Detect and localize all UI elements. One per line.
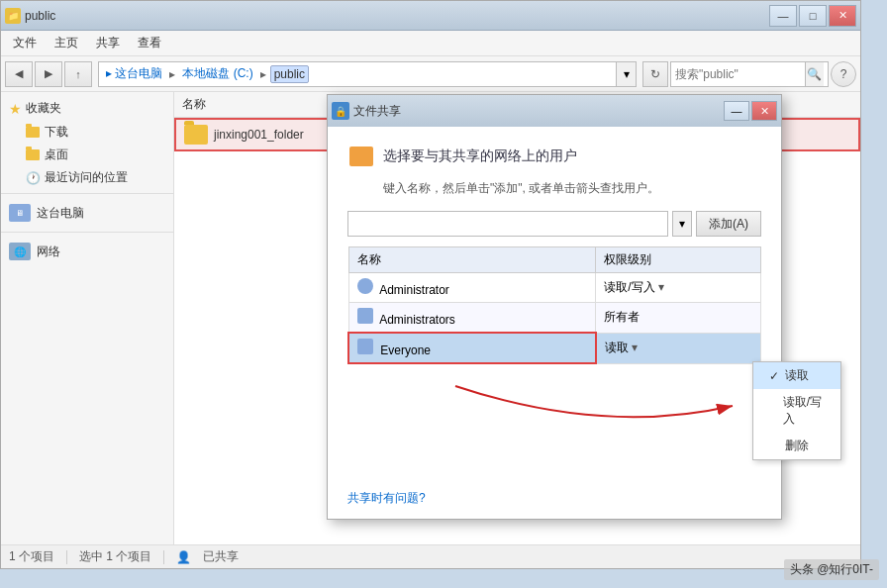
add-dropdown[interactable]: ▾ bbox=[672, 211, 692, 237]
share-icon bbox=[347, 143, 375, 170]
sharing-help-link[interactable]: 共享时有问题? bbox=[347, 491, 426, 505]
address-current[interactable]: public bbox=[270, 65, 309, 83]
status-sep bbox=[66, 550, 67, 564]
user-icon-admin bbox=[357, 278, 373, 294]
title-bar-controls: — □ ✕ bbox=[769, 5, 856, 27]
user-name-admins: Administrators bbox=[379, 313, 455, 327]
sidebar-divider2 bbox=[1, 232, 173, 233]
sidebar-item-network[interactable]: 🌐 网络 bbox=[1, 237, 173, 266]
menu-share[interactable]: 共享 bbox=[88, 32, 128, 54]
table-row-everyone[interactable]: Everyone 读取 ▾ bbox=[348, 333, 761, 363]
sidebar-item-recent-label: 最近访问的位置 bbox=[45, 169, 128, 186]
dialog-footer: 共享时有问题? bbox=[328, 490, 781, 519]
star-icon: ★ bbox=[9, 101, 22, 117]
search-box[interactable]: 🔍 bbox=[670, 61, 829, 87]
menu-file[interactable]: 文件 bbox=[5, 32, 45, 54]
ctx-label-readwrite: 读取/写入 bbox=[783, 394, 825, 428]
address-drive[interactable]: 本地磁盘 (C:) bbox=[179, 64, 255, 83]
maximize-button[interactable]: □ bbox=[799, 5, 827, 27]
search-input[interactable] bbox=[675, 67, 805, 81]
help-button[interactable]: ? bbox=[831, 61, 856, 87]
user-name-cell: Administrators bbox=[348, 303, 596, 334]
user-name-admin: Administrator bbox=[379, 283, 449, 297]
sidebar-item-computer[interactable]: 🖥 这台电脑 bbox=[1, 198, 173, 228]
dialog-content: 选择要与其共享的网络上的用户 键入名称，然后单击"添加", 或者单击箭头查找用户… bbox=[328, 127, 781, 490]
menu-view[interactable]: 查看 bbox=[130, 32, 169, 54]
address-computer[interactable]: ▸ 这台电脑 bbox=[103, 64, 165, 83]
ctx-item-delete[interactable]: 删除 bbox=[753, 433, 840, 459]
user-table: 名称 权限级别 Administrator 读取/写入 ▾ bbox=[347, 246, 761, 364]
sidebar-item-download-label: 下载 bbox=[45, 124, 68, 141]
file-name: jinxing001_folder bbox=[214, 128, 304, 142]
perm-arrow-admin[interactable]: ▾ bbox=[658, 280, 664, 294]
ctx-item-readwrite[interactable]: 读取/写入 bbox=[753, 389, 840, 433]
perm-arrow-everyone[interactable]: ▾ bbox=[632, 341, 638, 354]
address-parts: ▸ 这台电脑 ▸ 本地磁盘 (C:) ▸ public bbox=[99, 64, 616, 83]
dialog-title-icon: 🔒 bbox=[332, 102, 349, 120]
col-name: 名称 bbox=[348, 247, 596, 273]
table-row[interactable]: Administrators 所有者 bbox=[348, 303, 761, 334]
title-bar-left: 📁 public bbox=[5, 8, 55, 24]
address-dropdown[interactable]: ▾ bbox=[616, 62, 636, 86]
desktop-folder-icon bbox=[25, 148, 41, 162]
sidebar: ★ 收藏夹 下载 桌面 🕐 最近访问的位置 🖥 这台 bbox=[1, 92, 174, 544]
group-icon-admins bbox=[357, 308, 373, 324]
dialog-title-left: 🔒 文件共享 bbox=[332, 102, 401, 120]
sidebar-item-download[interactable]: 下载 bbox=[1, 121, 173, 144]
favorites-label: 收藏夹 bbox=[26, 100, 61, 117]
sidebar-divider bbox=[1, 193, 173, 194]
ctx-label-read: 读取 bbox=[785, 367, 809, 384]
dialog-close[interactable]: ✕ bbox=[751, 101, 777, 121]
dialog-title: 文件共享 bbox=[353, 103, 401, 120]
check-icon-read: ✓ bbox=[769, 369, 781, 383]
forward-button[interactable]: ▶ bbox=[35, 61, 62, 87]
dialog-controls: — ✕ bbox=[724, 101, 777, 121]
dialog-minimize[interactable]: — bbox=[724, 101, 749, 121]
up-button[interactable]: ↑ bbox=[64, 61, 92, 87]
group-icon-everyone bbox=[357, 339, 373, 354]
user-name-cell: Administrator bbox=[348, 273, 596, 303]
menu-bar: 文件 主页 共享 查看 bbox=[1, 31, 860, 56]
ctx-item-read[interactable]: ✓ 读取 bbox=[753, 362, 840, 389]
sidebar-item-recent[interactable]: 🕐 最近访问的位置 bbox=[1, 166, 173, 189]
menu-home[interactable]: 主页 bbox=[47, 32, 86, 54]
sidebar-item-desktop[interactable]: 桌面 bbox=[1, 144, 173, 166]
address-bar[interactable]: ▸ 这台电脑 ▸ 本地磁盘 (C:) ▸ public ▾ bbox=[98, 61, 637, 87]
computer-label: 这台电脑 bbox=[37, 205, 84, 222]
table-row[interactable]: Administrator 读取/写入 ▾ bbox=[348, 273, 761, 303]
user-name-everyone-cell: Everyone bbox=[348, 333, 596, 363]
user-name-everyone: Everyone bbox=[380, 343, 431, 357]
file-sharing-dialog: 🔒 文件共享 — ✕ 选择要与其共享的网络上的用户 键入名称，然后单击"添加",… bbox=[327, 94, 782, 520]
status-bar: 1 个项目 选中 1 个项目 👤 已共享 bbox=[1, 544, 860, 568]
window-title: public bbox=[25, 9, 55, 23]
search-icon[interactable]: 🔍 bbox=[805, 62, 824, 86]
close-button[interactable]: ✕ bbox=[829, 5, 856, 27]
perm-cell-everyone[interactable]: 读取 ▾ bbox=[596, 333, 761, 363]
dialog-header: 选择要与其共享的网络上的用户 bbox=[347, 143, 761, 170]
folder-icon bbox=[184, 125, 208, 145]
recent-icon: 🕐 bbox=[25, 171, 41, 185]
state-icon: 👤 bbox=[176, 550, 191, 564]
sidebar-item-desktop-label: 桌面 bbox=[45, 147, 68, 163]
title-bar: 📁 public — □ ✕ bbox=[1, 1, 860, 31]
watermark: 头条 @知行0IT- bbox=[784, 559, 879, 580]
minimize-button[interactable]: — bbox=[769, 5, 797, 27]
toolbar: ◀ ▶ ↑ ▸ 这台电脑 ▸ 本地磁盘 (C:) ▸ public ▾ ↻ 🔍 … bbox=[1, 56, 860, 92]
perm-admins: 所有者 bbox=[604, 310, 640, 324]
perm-cell-admin[interactable]: 读取/写入 ▾ bbox=[596, 273, 761, 303]
favorites-section: ★ 收藏夹 下载 桌面 🕐 最近访问的位置 bbox=[1, 96, 173, 189]
add-user-input[interactable] bbox=[347, 211, 668, 237]
back-button[interactable]: ◀ bbox=[5, 61, 33, 87]
network-icon: 🌐 bbox=[9, 243, 31, 260]
context-menu: ✓ 读取 读取/写入 删除 bbox=[752, 361, 841, 460]
favorites-header[interactable]: ★ 收藏夹 bbox=[1, 96, 173, 121]
dialog-heading: 选择要与其共享的网络上的用户 bbox=[383, 147, 577, 165]
perm-cell-admins: 所有者 bbox=[596, 303, 761, 334]
ctx-label-delete: 删除 bbox=[785, 438, 809, 454]
network-label: 网络 bbox=[37, 244, 60, 260]
add-button[interactable]: 添加(A) bbox=[696, 211, 761, 237]
item-count: 1 个项目 bbox=[9, 548, 54, 565]
col-perm: 权限级别 bbox=[596, 247, 761, 273]
refresh-button[interactable]: ↻ bbox=[642, 61, 668, 87]
computer-icon: 🖥 bbox=[9, 204, 31, 222]
